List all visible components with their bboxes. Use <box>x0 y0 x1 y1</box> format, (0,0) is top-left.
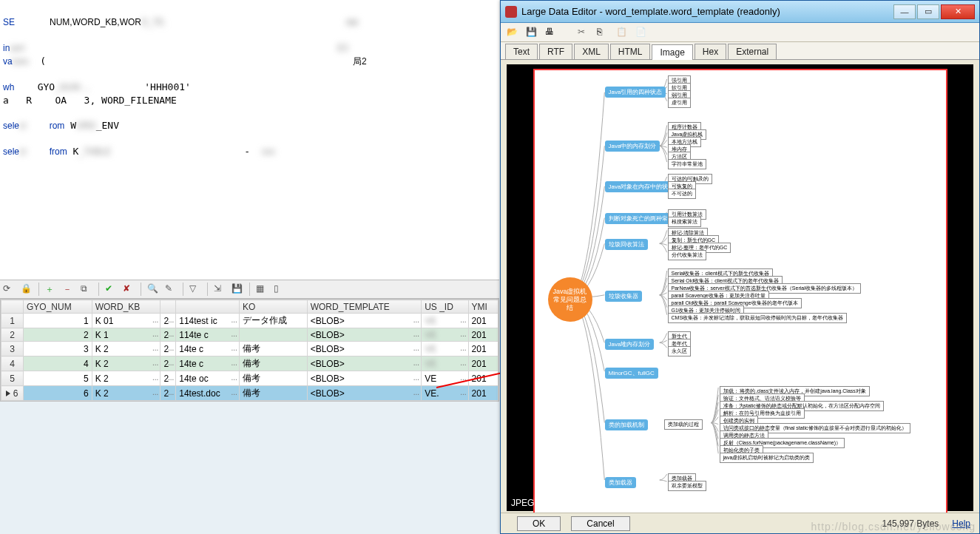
cell[interactable]: 5 <box>24 371 92 386</box>
column-header[interactable] <box>1 300 24 314</box>
cell[interactable]: 2 <box>160 386 176 401</box>
cell[interactable]: K 2 <box>92 342 160 356</box>
image-viewport[interactable]: Java引用的四种状态强引用软引用弱引用虚引用Java中的内存划分程序计数器Ja… <box>507 64 973 511</box>
save-icon[interactable]: 💾 <box>232 283 243 295</box>
cell[interactable]: 201 <box>468 314 498 328</box>
cell[interactable]: K 01 <box>92 314 160 328</box>
cell[interactable] <box>239 328 307 342</box>
cell[interactable]: K 2 <box>92 356 160 371</box>
cell[interactable]: データ作成 <box>239 314 307 328</box>
table-row[interactable]: 11K 012114test icデータ作成<BLOB>VE 201 <box>1 314 499 328</box>
tab-image[interactable]: Image <box>652 44 692 60</box>
grid-view-icon[interactable]: ▦ <box>256 283 268 295</box>
filter-icon[interactable]: ▽ <box>189 283 201 295</box>
column-header[interactable]: KO <box>239 300 307 314</box>
cell[interactable]: 1 <box>24 314 92 328</box>
cell[interactable]: 2 <box>160 371 176 386</box>
row-number[interactable]: 3 <box>1 342 24 356</box>
row-number[interactable]: 2 <box>1 328 24 342</box>
cell[interactable]: 201 <box>468 356 498 371</box>
cell[interactable]: 備考 <box>239 386 307 401</box>
cell[interactable]: 4 <box>24 356 92 371</box>
find-icon[interactable]: 🔍 <box>147 283 159 295</box>
cell[interactable]: 14te c <box>176 356 240 371</box>
tab-external[interactable]: External <box>728 44 777 59</box>
cell[interactable]: K 1 <box>92 328 160 342</box>
cell[interactable]: VE <box>422 314 468 328</box>
cell[interactable]: <BLOB> <box>307 314 421 328</box>
cell[interactable]: 2 <box>24 328 92 342</box>
tab-rtf[interactable]: RTF <box>539 44 572 59</box>
cell[interactable]: VE <box>422 342 468 356</box>
save-icon[interactable]: 💾 <box>526 27 538 38</box>
add-row-icon[interactable]: ＋ <box>45 283 57 295</box>
column-header[interactable]: US _ID <box>422 300 468 314</box>
rollback-icon[interactable]: ✘ <box>123 283 135 295</box>
ok-button[interactable]: OK <box>517 516 561 531</box>
row-number[interactable]: 4 <box>1 356 24 371</box>
cell[interactable]: <BLOB> <box>307 356 421 371</box>
cell[interactable]: VE <box>422 356 468 371</box>
column-header[interactable]: YMI <box>468 300 498 314</box>
column-header[interactable] <box>176 300 240 314</box>
edit-icon[interactable]: ✎ <box>165 283 177 295</box>
cell[interactable]: <BLOB> <box>307 386 421 401</box>
export-icon[interactable]: ⇲ <box>214 283 226 295</box>
cell[interactable]: <BLOB> <box>307 371 421 386</box>
cell[interactable]: 6 <box>24 386 92 401</box>
cell[interactable]: VE <box>422 371 468 386</box>
cancel-button[interactable]: Cancel <box>571 516 629 531</box>
minimize-button[interactable]: — <box>893 4 916 19</box>
cell[interactable]: 201 <box>468 328 498 342</box>
cell[interactable]: 201 <box>468 342 498 356</box>
table-row[interactable]: 22K 12114te c<BLOB>VE 201 <box>1 328 499 342</box>
table-row[interactable]: 33K 2214te c備考<BLOB>VE 201 <box>1 342 499 356</box>
cell[interactable]: <BLOB> <box>307 342 421 356</box>
cell[interactable]: 2 <box>160 342 176 356</box>
cell[interactable]: 114test ic <box>176 314 240 328</box>
table-row[interactable]: 44K 2214te c備考<BLOB>VE 201 <box>1 356 499 371</box>
cell[interactable]: VE <box>422 328 468 342</box>
refresh-icon[interactable]: ⟳ <box>3 283 15 295</box>
paste-icon[interactable]: 📋 <box>616 27 628 38</box>
table-row[interactable]: 66K 2214test.doc備考<BLOB>VE.201 <box>1 386 499 401</box>
cell[interactable]: 備考 <box>239 342 307 356</box>
cell[interactable]: K 2 <box>92 386 160 401</box>
cell[interactable]: 備考 <box>239 356 307 371</box>
single-record-icon[interactable]: ▯ <box>274 283 285 295</box>
cell[interactable]: 201 <box>468 371 498 386</box>
lock-icon[interactable]: 🔒 <box>21 283 33 295</box>
column-header[interactable] <box>160 300 176 314</box>
cell[interactable]: 2 <box>160 356 176 371</box>
tab-text[interactable]: Text <box>505 44 538 59</box>
column-header[interactable]: WORD_TEMPLATE <box>307 300 421 314</box>
column-header[interactable]: GYO_NUM <box>24 300 92 314</box>
cell[interactable]: 2 <box>160 314 176 328</box>
cell[interactable]: VE. <box>422 386 468 401</box>
cell[interactable]: K 2 <box>92 371 160 386</box>
cell[interactable]: 3 <box>24 342 92 356</box>
cell[interactable]: 2 <box>160 328 176 342</box>
tab-html[interactable]: HTML <box>610 44 651 59</box>
duplicate-icon[interactable]: ⧉ <box>81 283 92 295</box>
cell[interactable]: 14te c <box>176 342 240 356</box>
cell[interactable]: 114te c <box>176 328 240 342</box>
sql-editor[interactable]: SE NUM,WORD_KB,WORD_TE. dat insert E3 va… <box>0 0 499 292</box>
print-icon[interactable]: 🖶 <box>545 27 557 38</box>
remove-row-icon[interactable]: － <box>63 283 75 295</box>
close-button[interactable]: ✕ <box>941 4 975 19</box>
cell[interactable]: 14test.doc <box>176 386 240 401</box>
copy-icon[interactable]: ⎘ <box>597 27 609 38</box>
cell[interactable]: 14te oc <box>176 371 240 386</box>
row-number[interactable]: 1 <box>1 314 24 328</box>
cell[interactable]: 備考 <box>239 371 307 386</box>
table-row[interactable]: 55K 2214te oc備考<BLOB>VE201 <box>1 371 499 386</box>
clear-icon[interactable]: 📄 <box>635 27 647 38</box>
tab-xml[interactable]: XML <box>574 44 609 59</box>
maximize-button[interactable]: ▭ <box>917 4 939 19</box>
cell[interactable]: 201 <box>468 386 498 401</box>
row-number[interactable]: 5 <box>1 371 24 386</box>
cut-icon[interactable]: ✂ <box>578 27 589 38</box>
column-header[interactable]: WORD_KB <box>92 300 160 314</box>
commit-icon[interactable]: ✔ <box>105 283 117 295</box>
